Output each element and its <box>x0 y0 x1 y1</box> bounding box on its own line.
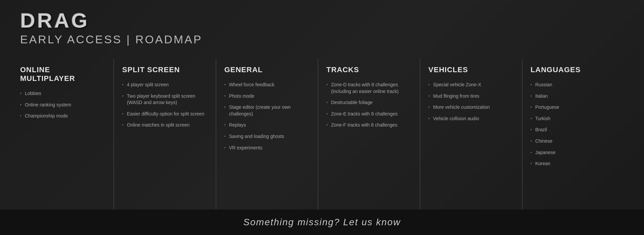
column-tracks: TracksZone-D tracks with 8 challenges (i… <box>318 59 420 209</box>
column-title-languages: Languages <box>531 65 616 74</box>
footer-text: Something missing? Let us know <box>20 217 624 228</box>
list-item: Replays <box>224 122 310 129</box>
list-item: Vehicle collision audio <box>428 115 514 122</box>
list-item: Championship mode <box>20 113 105 120</box>
footer-bar: Something missing? Let us know <box>0 209 644 235</box>
column-title-online-multiplayer: Online Multiplayer <box>20 65 105 83</box>
column-items-languages: RussianItalianPortugueseTurkishBrazilChi… <box>531 82 616 167</box>
list-item: Easier difficulty option for split scree… <box>122 111 207 117</box>
list-item: Wheel force feedback <box>224 82 310 88</box>
list-item: Zone-D tracks with 8 challenges (includi… <box>326 82 412 95</box>
column-general: GeneralWheel force feedbackPhoto modeSta… <box>216 59 318 209</box>
list-item: Chinese <box>531 138 616 145</box>
column-title-general: General <box>224 65 310 74</box>
list-item: Russian <box>531 82 616 88</box>
column-items-tracks: Zone-D tracks with 8 challenges (includi… <box>326 82 412 129</box>
list-item: Italian <box>531 93 616 100</box>
list-item: 4 player split screen <box>122 82 207 88</box>
list-item: Special vehicle Zone-X <box>428 82 514 88</box>
list-item: Zone-E tracks with 8 challenges <box>326 111 412 117</box>
list-item: Stage editor (create your own challenges… <box>224 104 310 117</box>
list-item: Lobbies <box>20 90 105 97</box>
subtitle: EARLY ACCESS | ROADMAP <box>20 33 624 46</box>
page-wrapper: DRAG EARLY ACCESS | ROADMAP Online Multi… <box>0 0 644 235</box>
column-items-vehicles: Special vehicle Zone-XMud flinging from … <box>428 82 514 122</box>
list-item: Turkish <box>531 115 616 122</box>
list-item: Saving and loading ghosts <box>224 133 310 140</box>
list-item: Portuguese <box>531 104 616 111</box>
column-items-online-multiplayer: LobbiesOnline ranking systemChampionship… <box>20 90 105 120</box>
column-items-general: Wheel force feedbackPhoto modeStage edit… <box>224 82 310 151</box>
column-languages: LanguagesRussianItalianPortugueseTurkish… <box>522 59 624 209</box>
columns-row: Online MultiplayerLobbiesOnline ranking … <box>20 59 624 209</box>
list-item: Brazil <box>531 127 616 133</box>
list-item: Photo mode <box>224 93 310 100</box>
column-title-split-screen: Split screen <box>122 65 207 74</box>
column-vehicles: VehiclesSpecial vehicle Zone-XMud flingi… <box>420 59 522 209</box>
header: DRAG EARLY ACCESS | ROADMAP <box>20 10 624 52</box>
logo: DRAG <box>20 10 624 31</box>
column-items-split-screen: 4 player split screenTwo player keyboard… <box>122 82 207 129</box>
list-item: Korean <box>531 160 616 167</box>
column-title-tracks: Tracks <box>326 65 412 74</box>
list-item: Mud flinging from tires <box>428 93 514 100</box>
list-item: Online matches in split screen <box>122 122 207 129</box>
column-online-multiplayer: Online MultiplayerLobbiesOnline ranking … <box>20 59 113 209</box>
list-item: Japanese <box>531 149 616 156</box>
list-item: Zone-F tracks with 8 challenges <box>326 122 412 129</box>
list-item: VR experiments <box>224 145 310 151</box>
column-title-vehicles: Vehicles <box>428 65 514 74</box>
list-item: Two player keyboard split screen (WASD a… <box>122 93 207 106</box>
list-item: Online ranking system <box>20 102 105 108</box>
list-item: Destructable foliage <box>326 99 412 106</box>
column-split-screen: Split screen4 player split screenTwo pla… <box>113 59 215 209</box>
list-item: More vehicle customization <box>428 104 514 111</box>
